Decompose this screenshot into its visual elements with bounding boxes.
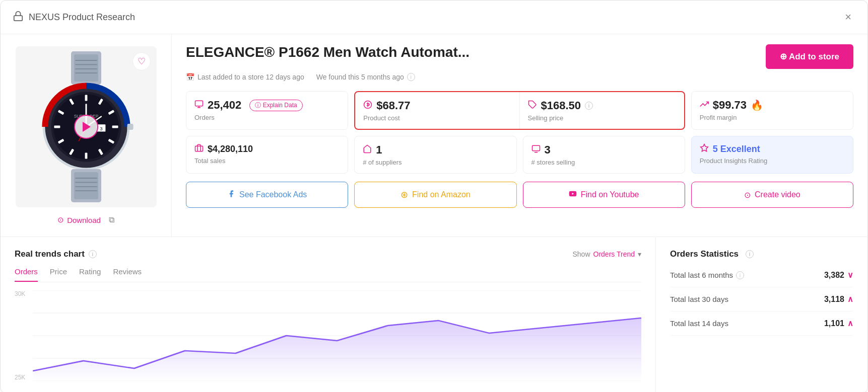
suppliers-label: # of suppliers [363, 159, 508, 166]
play-button[interactable] [74, 115, 98, 139]
youtube-icon [569, 190, 577, 200]
stats-row-6months: Total last 6 months i 3,382 ∨ [670, 263, 853, 287]
price-icon [528, 99, 537, 112]
found-info: We found this 5 months ago i [316, 73, 415, 81]
found-text: We found this 5 months ago [316, 73, 404, 81]
wishlist-button[interactable]: ♡ [132, 52, 151, 70]
show-dropdown[interactable]: Show Orders Trend ▾ [572, 250, 641, 258]
app-title: NEXUS Product Research [29, 12, 135, 23]
tab-reviews[interactable]: Reviews [113, 267, 142, 282]
svg-text:3: 3 [100, 126, 102, 131]
14days-value: 1,101 ∧ [824, 319, 853, 328]
30days-arrow: ∧ [847, 294, 853, 304]
youtube-button[interactable]: Find on Youtube [523, 182, 685, 208]
chevron-down-icon: ▾ [638, 250, 641, 258]
copy-button[interactable]: ⧉ [109, 215, 114, 224]
highlighted-price-group: $68.77 Product cost $168.50 i [354, 91, 685, 130]
orders-value: 25,402 ⓘ Explain Data [194, 99, 340, 112]
6months-label: Total last 6 months i [670, 271, 744, 279]
y-label-30k: 30K [15, 290, 33, 297]
meta-row: 📅 Last added to a store 12 days ago We f… [186, 73, 853, 81]
6months-info: i [736, 271, 744, 279]
orders-stats-title: Orders Statistics i [670, 249, 853, 259]
facebook-ads-button[interactable]: See Facebook Ads [186, 182, 348, 208]
insights-rating-card: 5 Excellent Product Insights Rating [691, 136, 853, 174]
6months-value: 3,382 ∨ [824, 270, 853, 280]
explain-data-button[interactable]: ⓘ Explain Data [249, 100, 302, 111]
insights-rating-value: 5 Excellent [700, 143, 845, 155]
amazon-button[interactable]: ⊛ Find on Amazon [354, 182, 516, 208]
total-sales-label: Total sales [194, 157, 340, 165]
svg-rect-30 [127, 124, 133, 130]
total-sales-value: $4,280,110 [194, 143, 340, 155]
svg-rect-17 [85, 153, 87, 159]
svg-rect-37 [195, 101, 203, 106]
svg-rect-42 [195, 146, 203, 151]
svg-rect-11 [85, 95, 87, 101]
stats-row-30days: Total last 30 days 3,118 ∧ [670, 287, 853, 311]
trends-title: Real trends chart i [15, 249, 97, 259]
tab-price[interactable]: Price [50, 267, 67, 282]
30days-label: Total last 30 days [670, 295, 728, 303]
facebook-icon [227, 190, 235, 200]
product-details: ELEGANCE® P1662 Men Watch Automat... ⊕ A… [172, 34, 867, 237]
profit-icon [700, 99, 709, 112]
close-button[interactable]: × [841, 9, 855, 26]
image-container: 3 SUPER DEP [16, 46, 157, 207]
orders-stats-info-icon: i [746, 250, 754, 258]
amazon-label: Find on Amazon [412, 190, 471, 199]
last-added-info: 📅 Last added to a store 12 days ago [186, 73, 304, 81]
14days-label: Total last 14 days [670, 319, 728, 328]
download-button[interactable]: ⊙ Download [57, 215, 101, 224]
svg-rect-14 [112, 126, 118, 128]
amazon-icon: ⊛ [400, 189, 408, 200]
tab-rating[interactable]: Rating [79, 267, 101, 282]
bottom-section: Real trends chart i Show Orders Trend ▾ … [1, 237, 867, 392]
svg-rect-32 [74, 172, 98, 199]
30days-value: 3,118 ∧ [824, 294, 853, 304]
download-row: ⊙ Download ⧉ [57, 215, 114, 224]
youtube-label: Find on Youtube [581, 190, 639, 199]
chart-canvas [33, 290, 641, 381]
trends-header: Real trends chart i Show Orders Trend ▾ [15, 249, 641, 259]
fire-icon: 🔥 [751, 99, 763, 111]
stores-selling-value: 3 [531, 143, 677, 156]
stats-row-14days: Total last 14 days 1,101 ∧ [670, 311, 853, 336]
trends-panel: Real trends chart i Show Orders Trend ▾ … [1, 237, 656, 392]
orders-stat-card: 25,402 ⓘ Explain Data Orders [186, 91, 348, 130]
product-title-row: ELEGANCE® P1662 Men Watch Automat... ⊕ A… [186, 44, 853, 69]
create-video-button[interactable]: ⊙ Create video [691, 182, 853, 208]
modal-container: NEXUS Product Research × [0, 0, 868, 392]
total-sales-card: $4,280,110 Total sales [186, 136, 348, 174]
sales-icon [194, 143, 204, 155]
create-video-label: Create video [755, 190, 800, 199]
svg-rect-0 [14, 16, 23, 21]
rating-icon [700, 143, 709, 155]
orders-stats-table: Total last 6 months i 3,382 ∨ Total last… [670, 263, 853, 336]
cost-icon [363, 99, 372, 112]
product-cost-value: $68.77 [363, 99, 511, 112]
tab-orders[interactable]: Orders [15, 267, 38, 282]
trend-type-label: Orders Trend [593, 250, 635, 258]
product-cost-label: Product cost [363, 114, 511, 122]
chart-y-labels: 30K 25K [15, 290, 33, 381]
header: NEXUS Product Research × [1, 1, 867, 34]
product-title-area: ELEGANCE® P1662 Men Watch Automat... [186, 44, 756, 60]
svg-rect-20 [54, 126, 60, 128]
svg-rect-43 [532, 145, 540, 151]
info-icon: i [407, 73, 415, 81]
chart-area: 30K 25K [15, 290, 641, 381]
product-cost-card: $68.77 Product cost [355, 92, 519, 129]
profit-margin-card: $99.73 🔥 Profit margin [691, 91, 853, 130]
app-title-area: NEXUS Product Research [13, 11, 135, 24]
product-image-panel: 3 SUPER DEP [1, 34, 172, 237]
calendar-icon: 📅 [186, 73, 194, 81]
selling-price-value: $168.50 i [528, 99, 676, 112]
lock-icon [13, 11, 24, 24]
stores-selling-card: 3 # stores selling [523, 136, 685, 174]
suppliers-card: 1 # of suppliers [354, 136, 516, 174]
add-to-store-button[interactable]: ⊕ Add to store [766, 44, 853, 69]
action-buttons-row: See Facebook Ads ⊛ Find on Amazon Find o… [186, 182, 853, 208]
last-added-text: Last added to a store 12 days ago [197, 73, 304, 81]
orders-icon [194, 99, 204, 112]
